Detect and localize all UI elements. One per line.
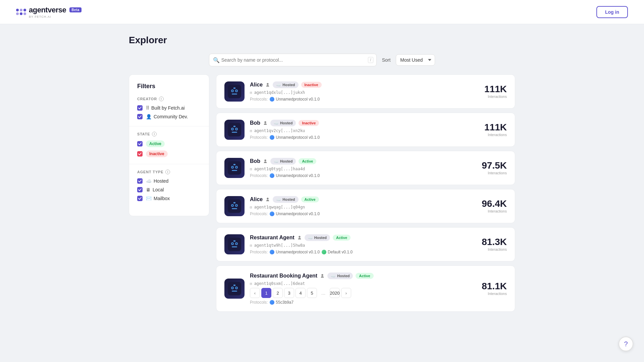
state-section-title: STATE i	[137, 132, 201, 136]
filter-label-fetch: ⠿ Built by Fetch.ai	[146, 105, 185, 111]
filter-item-fetch[interactable]: ⠿ Built by Fetch.ai	[137, 105, 201, 111]
filter-item-mailbox[interactable]: ✉️ Mailbox	[137, 196, 201, 201]
agent-avatar-4	[224, 234, 245, 254]
interactions-count-2: 97.5K	[473, 161, 507, 170]
svg-point-18	[236, 167, 237, 168]
svg-point-32	[236, 243, 237, 244]
search-input[interactable]	[209, 54, 377, 66]
filter-item-inactive[interactable]: Inactive	[137, 150, 201, 157]
tag-hosted-3: ☁️Hosted	[273, 196, 298, 203]
agent-info-3: Alice ☁️Hosted Active ⊟ agent1qwqag[...]…	[250, 196, 468, 216]
agent-card-3[interactable]: Alice ☁️Hosted Active ⊟ agent1qwqag[...]…	[216, 189, 515, 223]
creator-info-icon[interactable]: i	[159, 97, 164, 101]
protocol-tag-3: Unnamedprotocol v0.1.0	[270, 212, 320, 216]
interactions-label-1: Interactions	[473, 133, 507, 137]
agent-info-4: Restaurant Agent ☁️Hosted Active ⊟ agent…	[250, 234, 468, 254]
protocols-row-3: Protocols: Unnamedprotocol v0.1.0	[250, 212, 468, 216]
agent-card-0[interactable]: Alice ☁️Hosted Inactive ⊟ agent1qdxlu[..…	[216, 74, 515, 109]
svg-rect-35	[228, 282, 241, 295]
agent-address-5: ⊟ agent1q0sxm[...]6deat	[250, 281, 468, 286]
tag-hosted-0: ☁️Hosted	[273, 81, 298, 88]
filter-item-hosted[interactable]: ☁️ Hosted	[137, 178, 201, 184]
svg-rect-6	[233, 87, 235, 89]
filter-label-community: 👤 Community Dev.	[146, 114, 188, 119]
agent-card-2[interactable]: Bob ☁️Hosted Active ⊟ agent1q0tyg[...]ha…	[216, 151, 515, 185]
protocols-row-2: Protocols: Unnamedprotocol v0.1.0	[250, 173, 468, 178]
agent-address-1: ⊟ agent1qv2cy[...]xn2ku	[250, 128, 468, 133]
agent-avatar-1	[224, 120, 245, 140]
agent-name-1: Bob	[250, 120, 260, 126]
agent-address-3: ⊟ agent1qwqag[...]q04gn	[250, 205, 468, 209]
svg-rect-27	[233, 202, 235, 203]
agent-address-0: ⊟ agent1qdxlu[...]jukxh	[250, 90, 468, 95]
pagination-prev[interactable]: ‹	[250, 288, 260, 298]
search-wrapper: 🔍 /	[209, 54, 377, 66]
svg-rect-7	[228, 123, 241, 136]
filter-item-active[interactable]: Active	[137, 140, 201, 147]
interactions-col-3: 96.4K Interactions	[473, 199, 507, 213]
protocols-row-5: Protocols: 55c3b9a7	[250, 300, 468, 305]
by-fetch-label: BY FETCH.AI	[29, 15, 82, 18]
svg-rect-12	[232, 132, 237, 133]
interactions-label-5: Interactions	[473, 292, 507, 296]
state-filter-section: STATE i Active Inactive	[137, 132, 201, 157]
content-layout: Filters CREATOR i ⠿ Built by Fetch.ai	[129, 74, 515, 312]
state-badge-active: Active	[146, 140, 165, 147]
agent-avatar-3	[224, 196, 245, 216]
agent-info-2: Bob ☁️Hosted Active ⊟ agent1q0tyg[...]ha…	[250, 158, 468, 178]
agent-address-2: ⊟ agent1q0tyg[...]haa4d	[250, 167, 468, 171]
pagination-page-last[interactable]: 2020	[330, 288, 340, 298]
svg-rect-21	[228, 199, 241, 213]
pagination-page-1[interactable]: 1	[261, 288, 271, 298]
state-info-icon[interactable]: i	[152, 132, 157, 136]
agent-card-4[interactable]: Restaurant Agent ☁️Hosted Active ⊟ agent…	[216, 227, 515, 261]
agent-info-5: Restaurant Booking Agent ☁️Hosted Active…	[250, 273, 468, 305]
checkbox-community[interactable]	[137, 114, 143, 119]
pagination-ellipsis: …	[318, 288, 328, 298]
svg-point-25	[236, 205, 237, 206]
protocol-tag-2: Unnamedprotocol v0.1.0	[270, 173, 320, 178]
agent-card-1[interactable]: Bob ☁️Hosted Inactive ⊟ agent1qv2cy[...]…	[216, 113, 515, 147]
help-button[interactable]: ?	[619, 337, 633, 351]
sidebar: Filters CREATOR i ⠿ Built by Fetch.ai	[129, 74, 209, 216]
filter-label-local: 🖥 Local	[146, 187, 164, 192]
svg-point-4	[236, 90, 237, 92]
svg-rect-20	[233, 164, 235, 165]
agent-list: Alice ☁️Hosted Inactive ⊟ agent1qdxlu[..…	[216, 74, 515, 312]
agent-name-0: Alice	[250, 82, 263, 88]
interactions-label-2: Interactions	[473, 171, 507, 175]
protocol-tag-1: Unnamedprotocol v0.1.0	[270, 135, 320, 140]
agent-name-4: Restaurant Agent	[250, 235, 294, 241]
agent-address-4: ⊟ agent1qtw9h[...]5hw8a	[250, 243, 468, 248]
svg-rect-41	[233, 285, 235, 286]
beta-badge: Beta	[69, 7, 82, 12]
agent-name-row-2: Bob ☁️Hosted Active	[250, 158, 468, 165]
checkbox-fetch[interactable]	[137, 105, 143, 111]
pagination-page-3[interactable]: 3	[284, 288, 294, 298]
checkbox-hosted[interactable]	[137, 178, 143, 184]
svg-rect-40	[232, 291, 237, 292]
svg-rect-0	[228, 85, 241, 98]
pagination-page-2[interactable]: 2	[273, 288, 283, 298]
protocol-icon-3	[270, 212, 274, 216]
pagination-page-4[interactable]: 4	[296, 288, 306, 298]
pagination-next[interactable]: ›	[341, 288, 351, 298]
logo-area: agentverse Beta BY FETCH.AI	[16, 6, 82, 18]
logo-text: agentverse	[29, 6, 66, 14]
tag-hosted-5: ☁️Hosted	[327, 273, 353, 279]
login-button[interactable]: Log in	[596, 6, 628, 18]
checkbox-inactive[interactable]	[137, 151, 143, 157]
protocol-icon-0	[270, 97, 274, 102]
agent-type-info-icon[interactable]: i	[165, 170, 170, 174]
sort-select[interactable]: Most Used Least Used Newest Oldest	[396, 54, 435, 66]
checkbox-mailbox[interactable]	[137, 196, 143, 201]
pagination-page-5[interactable]: 5	[307, 288, 317, 298]
creator-section-title: CREATOR i	[137, 97, 201, 101]
checkbox-local[interactable]	[137, 187, 143, 192]
filter-item-community[interactable]: 👤 Community Dev.	[137, 114, 201, 119]
checkbox-active[interactable]	[137, 141, 143, 146]
agent-avatar-0	[224, 81, 245, 102]
agent-name-3: Alice	[250, 196, 263, 202]
agent-card-5[interactable]: Restaurant Booking Agent ☁️Hosted Active…	[216, 265, 515, 312]
filter-item-local[interactable]: 🖥 Local	[137, 187, 201, 192]
